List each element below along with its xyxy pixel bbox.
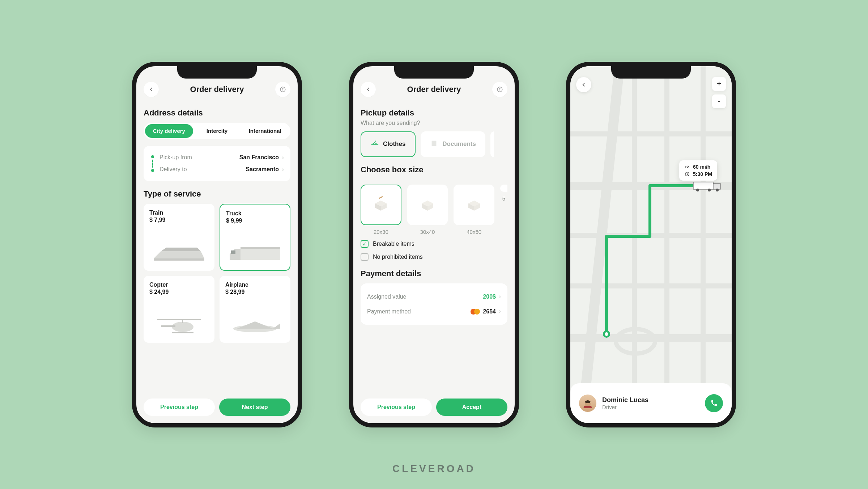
box-overflow: 5 bbox=[500, 185, 507, 235]
payment-method-row[interactable]: Payment method 2654 › bbox=[367, 304, 501, 319]
back-button[interactable] bbox=[144, 82, 159, 97]
speed-value: 60 mi/h bbox=[693, 164, 710, 170]
service-train[interactable]: Train $ 7,99 bbox=[144, 204, 214, 271]
svg-rect-6 bbox=[241, 248, 280, 260]
arrow-left-icon bbox=[148, 86, 154, 93]
phone-tracking-map: + - 60 mi/h 5:30 PM bbox=[566, 62, 736, 427]
assigned-value-label: Assigned value bbox=[367, 294, 407, 300]
chevron-right-icon: › bbox=[282, 166, 284, 173]
category-label: Documents bbox=[442, 140, 476, 148]
call-driver-button[interactable] bbox=[705, 394, 723, 412]
category-documents[interactable]: Documents bbox=[421, 131, 485, 157]
phone-notch bbox=[611, 66, 691, 79]
box-size-label: 5 bbox=[500, 195, 507, 202]
route-line bbox=[570, 66, 736, 427]
train-icon bbox=[147, 240, 211, 266]
chevron-right-icon: › bbox=[499, 308, 501, 315]
info-button[interactable] bbox=[492, 82, 507, 97]
previous-step-button[interactable]: Previous step bbox=[144, 399, 215, 416]
topbar: Order delivery bbox=[361, 79, 507, 100]
pickup-from-value: San Francisco bbox=[239, 154, 279, 161]
service-truck[interactable]: Truck $ 9,99 bbox=[220, 204, 290, 271]
hanger-icon bbox=[371, 139, 379, 149]
airplane-icon bbox=[223, 312, 287, 338]
info-icon bbox=[280, 86, 286, 93]
zoom-out-button[interactable]: - bbox=[712, 94, 726, 108]
box-size-label: 40x50 bbox=[454, 229, 494, 235]
previous-step-button[interactable]: Previous step bbox=[361, 399, 432, 416]
footer-actions: Previous step Next step bbox=[144, 393, 290, 416]
service-grid: Train $ 7,99 Truck $ 9,99 Copter $ 24,99 bbox=[144, 204, 290, 343]
chevron-right-icon: › bbox=[499, 293, 501, 300]
box-size-label: 20x30 bbox=[361, 229, 401, 235]
delivery-to-row[interactable]: Delivery to Sacramento › bbox=[159, 164, 284, 176]
svg-rect-34 bbox=[693, 182, 713, 189]
pickup-from-row[interactable]: Pick-up from San Francisco › bbox=[159, 152, 284, 164]
zoom-controls: + - bbox=[712, 77, 726, 108]
address-details-header: Address details bbox=[144, 108, 290, 118]
zoom-in-button[interactable]: + bbox=[712, 77, 726, 91]
svg-marker-17 bbox=[273, 323, 280, 329]
helicopter-icon bbox=[147, 312, 211, 338]
svg-rect-35 bbox=[713, 184, 720, 189]
info-button[interactable] bbox=[275, 82, 290, 97]
chevron-right-icon: › bbox=[282, 154, 284, 161]
arrow-left-icon bbox=[365, 86, 371, 93]
svg-rect-12 bbox=[161, 325, 175, 327]
box-size-label: 30x40 bbox=[407, 229, 448, 235]
box-size-40x50[interactable] bbox=[454, 185, 494, 225]
category-overflow bbox=[490, 131, 494, 157]
box-icon bbox=[419, 196, 436, 214]
checkbox-empty-icon[interactable] bbox=[361, 253, 369, 261]
breakable-items-row[interactable]: ✓ Breakable items bbox=[361, 240, 507, 248]
assigned-value-row[interactable]: Assigned value 200$ › bbox=[367, 289, 501, 304]
tab-international[interactable]: International bbox=[241, 124, 289, 138]
phone-notch bbox=[394, 66, 474, 79]
service-airplane[interactable]: Airplane $ 28,99 bbox=[220, 276, 290, 343]
box-size-30x40[interactable] bbox=[407, 185, 448, 225]
service-name: Airplane bbox=[225, 282, 285, 288]
svg-line-39 bbox=[687, 166, 688, 168]
screen-title: Order delivery bbox=[407, 85, 461, 94]
delivery-to-label: Delivery to bbox=[159, 166, 246, 173]
service-copter[interactable]: Copter $ 24,99 bbox=[144, 276, 214, 343]
back-button[interactable] bbox=[361, 82, 376, 97]
footer-actions: Previous step Accept bbox=[361, 393, 507, 416]
speedometer-icon bbox=[684, 164, 690, 170]
payment-card: Assigned value 200$ › Payment method 265… bbox=[361, 283, 507, 325]
choose-box-size-header: Choose box size bbox=[361, 165, 507, 174]
category-clothes[interactable]: Clothes bbox=[361, 131, 416, 157]
route-dots-icon bbox=[150, 152, 155, 176]
back-button[interactable] bbox=[576, 77, 591, 92]
delivery-type-tabs: City delivery Intercity International bbox=[144, 123, 290, 139]
arrow-left-icon bbox=[580, 81, 587, 88]
tab-city-delivery[interactable]: City delivery bbox=[145, 124, 193, 138]
svg-rect-9 bbox=[231, 250, 235, 254]
service-name: Copter bbox=[149, 282, 209, 288]
breakable-items-label: Breakable items bbox=[373, 241, 414, 247]
svg-rect-5 bbox=[154, 258, 204, 261]
service-name: Truck bbox=[226, 210, 284, 217]
document-icon bbox=[430, 139, 438, 149]
delivery-to-value: Sacramento bbox=[246, 166, 279, 173]
phone-pickup-details: Order delivery Pickup details What are y… bbox=[349, 62, 519, 427]
map-back-wrap bbox=[576, 77, 591, 92]
checkbox-checked-icon[interactable]: ✓ bbox=[361, 240, 369, 248]
service-price: $ 7,99 bbox=[149, 217, 209, 223]
payment-method-value: 2654 bbox=[483, 308, 496, 315]
svg-point-33 bbox=[605, 332, 608, 336]
no-prohibited-items-row[interactable]: No prohibited items bbox=[361, 253, 507, 261]
box-icon bbox=[465, 196, 483, 214]
svg-point-37 bbox=[708, 189, 711, 191]
category-label: Clothes bbox=[383, 140, 405, 148]
box-size-20x30[interactable] bbox=[361, 185, 401, 225]
no-prohibited-items-label: No prohibited items bbox=[373, 254, 423, 260]
tab-intercity[interactable]: Intercity bbox=[193, 124, 241, 138]
box-partial[interactable] bbox=[500, 185, 507, 192]
accept-button[interactable]: Accept bbox=[436, 399, 507, 416]
pickup-details-header: Pickup details bbox=[361, 108, 507, 118]
map-background[interactable] bbox=[570, 66, 732, 423]
phone-order-delivery: Order delivery Address details City deli… bbox=[132, 62, 302, 427]
next-step-button[interactable]: Next step bbox=[219, 399, 290, 416]
info-icon bbox=[497, 86, 503, 93]
